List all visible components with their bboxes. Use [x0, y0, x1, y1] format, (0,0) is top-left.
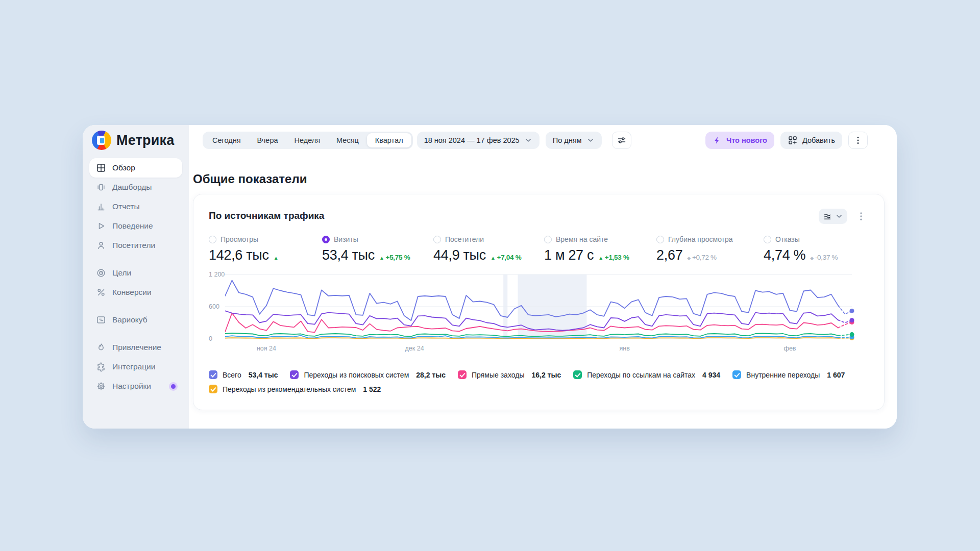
legend-checkbox[interactable]	[209, 370, 217, 379]
legend-item[interactable]: Переходы из поисковых систем28,2 тыс	[290, 370, 446, 379]
metric-отказы: Отказы4,74 %◆-0,37 %	[764, 235, 838, 263]
brand: Метрика	[83, 125, 189, 157]
bolt-icon	[713, 136, 722, 145]
sidebar-item-label: Обзор	[112, 163, 135, 172]
metric-delta: ▲	[274, 254, 280, 261]
widget-controls	[819, 209, 867, 224]
metric-selector[interactable]: Визиты	[322, 235, 433, 243]
metric-selector[interactable]: Отказы	[764, 235, 838, 243]
y-axis-label: 1 200	[209, 271, 225, 278]
chevron-down-icon	[524, 136, 532, 144]
nav-group: ОбзорДашбордыОтчетыПоведениеПосетители	[89, 158, 182, 255]
x-axis-label: янв	[620, 345, 630, 352]
tab-месяц[interactable]: Месяц	[328, 133, 367, 147]
wave-lines-icon	[823, 211, 833, 221]
metric-radio[interactable]	[209, 236, 216, 243]
date-range-label: 18 ноя 2024 — 17 фев 2025	[424, 136, 520, 144]
sidebar-item-настройки[interactable]: Настройки	[89, 377, 182, 396]
metric-label: Посетители	[445, 235, 484, 243]
sidebar-item-label: Поведение	[112, 221, 153, 231]
sidebar-item-отчеты[interactable]: Отчеты	[89, 197, 182, 216]
puzzle-icon	[96, 362, 106, 372]
segment-filter-button[interactable]	[612, 132, 631, 149]
metric-delta: ▲+1,53 %	[598, 254, 629, 261]
metric-value: 44,9 тыс▲+7,04 %	[433, 247, 544, 263]
metric-selector[interactable]: Время на сайте	[544, 235, 656, 243]
legend-item[interactable]: Всего53,4 тыс	[209, 370, 278, 379]
metric-посетители: Посетители44,9 тыс▲+7,04 %	[433, 235, 544, 263]
sidebar-item-вариокуб[interactable]: Вариокуб	[89, 310, 182, 330]
topbar-menu-button[interactable]	[848, 132, 868, 149]
sidebar-nav: ОбзорДашбордыОтчетыПоведениеПосетителиЦе…	[83, 157, 189, 405]
nav-group: ЦелиКонверсии	[89, 263, 182, 302]
granularity-label: По дням	[553, 136, 582, 144]
metric-label: Просмотры	[220, 235, 258, 243]
sidebar-item-конверсии[interactable]: Конверсии	[89, 283, 182, 302]
legend-item[interactable]: Прямые заходы16,2 тыс	[458, 370, 561, 379]
metric-label: Визиты	[334, 235, 358, 243]
legend-value: 16,2 тыс	[531, 371, 561, 379]
bars-icon	[96, 202, 106, 212]
legend-checkbox[interactable]	[458, 370, 467, 379]
sidebar-item-привлечение[interactable]: Привлечение	[89, 338, 182, 357]
sidebar-item-label: Настройки	[112, 382, 151, 391]
legend-checkbox[interactable]	[209, 385, 217, 393]
percent-icon	[96, 287, 106, 297]
metric-label: Отказы	[775, 235, 800, 243]
tab-сегодня[interactable]: Сегодня	[204, 133, 249, 147]
chart-legend: Всего53,4 тысПереходы из поисковых систе…	[209, 370, 872, 393]
legend-item[interactable]: Внутренние переходы1 607	[732, 370, 845, 379]
metric-radio[interactable]	[433, 236, 441, 243]
legend-value: 4 934	[702, 371, 720, 379]
chevron-down-icon	[586, 136, 595, 144]
metric-radio[interactable]	[764, 236, 771, 243]
y-axis-label: 600	[209, 303, 219, 310]
legend-item[interactable]: Переходы по ссылкам на сайтах4 934	[573, 370, 720, 379]
nav-group: Вариокуб	[89, 310, 182, 330]
metric-selector[interactable]: Посетители	[433, 235, 544, 243]
legend-value: 28,2 тыс	[416, 371, 446, 379]
sidebar-item-поведение[interactable]: Поведение	[89, 216, 182, 236]
sidebar-item-посетители[interactable]: Посетители	[89, 236, 182, 255]
sidebar-item-интеграции[interactable]: Интеграции	[89, 357, 182, 377]
period-tabs: СегодняВчераНеделяМесяцКвартал	[203, 132, 413, 149]
metric-value: 53,4 тыс▲+5,75 %	[322, 247, 433, 263]
metric-value: 4,74 %◆-0,37 %	[764, 247, 838, 263]
legend-value: 1 607	[827, 371, 845, 379]
metric-delta: ▲+5,75 %	[379, 254, 410, 261]
sidebar-item-дашборды[interactable]: Дашборды	[89, 178, 182, 197]
sidebar-item-label: Дашборды	[112, 183, 152, 192]
legend-checkbox[interactable]	[290, 370, 299, 379]
sidebar-item-цели[interactable]: Цели	[89, 263, 182, 283]
sidebar-item-обзор[interactable]: Обзор	[89, 158, 182, 178]
legend-item[interactable]: Переходы из рекомендательных систем1 522	[209, 385, 381, 393]
tab-квартал[interactable]: Квартал	[367, 133, 411, 147]
metric-selector[interactable]: Глубина просмотра	[656, 235, 764, 243]
granularity-select[interactable]: По дням	[546, 132, 602, 149]
tab-вчера[interactable]: Вчера	[249, 133, 286, 147]
brand-name: Метрика	[116, 133, 174, 148]
date-range-picker[interactable]: 18 ноя 2024 — 17 фев 2025	[417, 132, 540, 149]
add-button[interactable]: Добавить	[780, 132, 842, 149]
metric-selector[interactable]: Просмотры	[209, 235, 322, 243]
legend-checkbox[interactable]	[573, 370, 582, 379]
legend-checkbox[interactable]	[732, 370, 741, 379]
grid-icon	[96, 163, 106, 173]
metric-radio[interactable]	[544, 236, 552, 243]
chart-type-select[interactable]	[819, 209, 847, 224]
sidebar-item-label: Цели	[112, 268, 131, 278]
metric-radio[interactable]	[322, 236, 330, 243]
widget-menu-button[interactable]	[855, 211, 867, 222]
tab-неделя[interactable]: Неделя	[286, 133, 329, 147]
whats-new-button[interactable]: Что нового	[705, 132, 774, 149]
metric-просмотры: Просмотры142,6 тыс▲	[209, 235, 322, 263]
x-axis-label: дек 24	[405, 345, 424, 352]
legend-label: Переходы из поисковых систем	[304, 371, 409, 379]
metric-delta: ◆+0,72 %	[687, 254, 716, 261]
metric-время на сайте: Время на сайте1 м 27 с▲+1,53 %	[544, 235, 656, 263]
legend-label: Всего	[223, 371, 241, 379]
sidebar-item-label: Конверсии	[112, 288, 152, 297]
cube-icon	[96, 315, 106, 325]
sidebar: Метрика ОбзорДашбордыОтчетыПоведениеПосе…	[83, 125, 189, 429]
metric-radio[interactable]	[656, 236, 664, 243]
